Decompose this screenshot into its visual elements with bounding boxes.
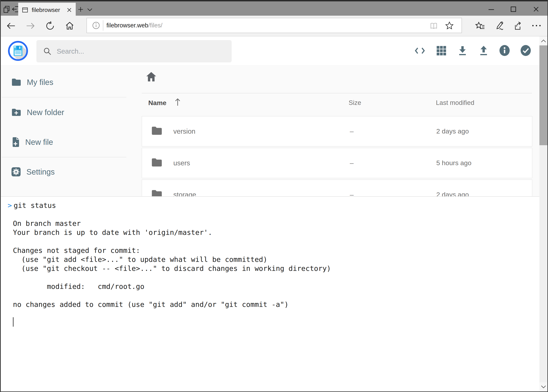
file-list-header: Name Size Last modified [142,96,532,110]
search-input[interactable] [56,47,218,55]
favorites-hub-icon[interactable] [475,21,485,30]
column-header-name[interactable]: Name [148,99,166,107]
terminal-command: git status [14,201,56,210]
raw-code-view-icon[interactable] [414,45,425,56]
url-host: filebrowser.web [106,22,148,29]
terminal-panel[interactable]: >git status On branch master Your branch… [0,196,539,392]
grid-view-icon[interactable] [436,45,447,56]
terminal-command-line: >git status [8,201,539,210]
sort-ascending-icon[interactable] [174,98,181,106]
new-tab-icon[interactable] [78,7,83,12]
minimize-button[interactable] [488,8,495,12]
new-folder-icon [11,108,21,117]
url-path: /files/ [148,22,162,29]
sidebar-item-my-files[interactable]: My files [1,71,128,93]
maximize-button[interactable] [510,6,516,12]
back-icon[interactable] [6,21,16,30]
favorite-star-icon[interactable] [445,21,454,30]
web-note-pen-icon[interactable] [495,21,505,30]
tab-list-chevron-icon[interactable] [87,8,93,12]
file-row-version[interactable]: version – 2 days ago [142,116,532,147]
browser-window: filebrowser [0,0,548,392]
tab-close-icon[interactable] [66,7,72,13]
filebrowser-logo [8,41,28,61]
scroll-up-icon[interactable] [539,36,548,45]
search-icon [43,47,52,56]
column-header-modified[interactable]: Last modified [436,99,474,106]
column-header-size[interactable]: Size [349,99,361,106]
file-modified: 2 days ago [436,127,469,135]
scroll-down-icon[interactable] [539,382,548,392]
folder-icon [11,78,21,86]
terminal-output: On branch master Your branch is up to da… [13,219,539,309]
file-name: users [173,159,190,167]
folder-icon [151,126,162,136]
select-check-icon[interactable] [520,45,531,56]
site-info-icon[interactable] [92,21,100,29]
terminal-cursor [13,317,14,327]
breadcrumb-home-icon[interactable] [146,72,157,82]
sidebar-item-new-folder[interactable]: New folder [1,102,128,123]
tab-filebrowser[interactable]: filebrowser [18,3,76,17]
reading-view-icon[interactable] [430,22,438,30]
address-bar[interactable]: filebrowser.web/files/ [86,18,462,33]
navigation-bar: filebrowser.web/files/ [1,16,548,36]
prompt-chevron-icon: > [8,201,12,210]
info-icon[interactable] [499,45,510,56]
window-border-left [0,0,1,392]
file-size: – [350,159,354,167]
new-file-icon [11,137,20,147]
sidebar-item-new-file[interactable]: New file [1,131,128,153]
address-separator [103,20,103,31]
download-icon[interactable] [457,45,468,56]
sidebar-divider [2,97,126,98]
sidebar-item-label: New file [25,138,53,147]
home-icon[interactable] [65,21,74,30]
sidebar-item-settings[interactable]: Settings [1,161,128,182]
settings-gear-icon [11,167,21,177]
url-text[interactable]: filebrowser.web/files/ [106,22,162,29]
share-icon[interactable] [513,21,522,30]
tab-preview-icon[interactable] [3,5,11,13]
breadcrumb-divider [142,93,532,93]
app-header [1,36,548,65]
tab-title: filebrowser [32,7,60,13]
sidebar-item-label: Settings [26,168,55,176]
refresh-icon[interactable] [45,21,55,30]
upload-icon[interactable] [478,45,489,56]
close-window-button[interactable] [533,6,539,12]
forward-icon[interactable] [26,21,35,30]
sidebar-item-label: My files [27,78,53,87]
tab-bar: filebrowser [0,0,548,16]
page-scrollbar[interactable] [539,36,548,392]
folder-icon [151,158,162,167]
sidebar-item-label: New folder [27,108,64,117]
file-modified: 5 hours ago [436,159,472,167]
file-size: – [350,127,354,135]
tab-favicon-icon [21,7,28,14]
file-name: version [173,127,195,135]
search-box[interactable] [36,40,232,63]
scrollbar-thumb[interactable] [539,45,548,145]
sidebar-divider [2,157,126,157]
settings-more-icon[interactable] [531,24,541,27]
file-row-users[interactable]: users – 5 hours ago [142,148,532,178]
